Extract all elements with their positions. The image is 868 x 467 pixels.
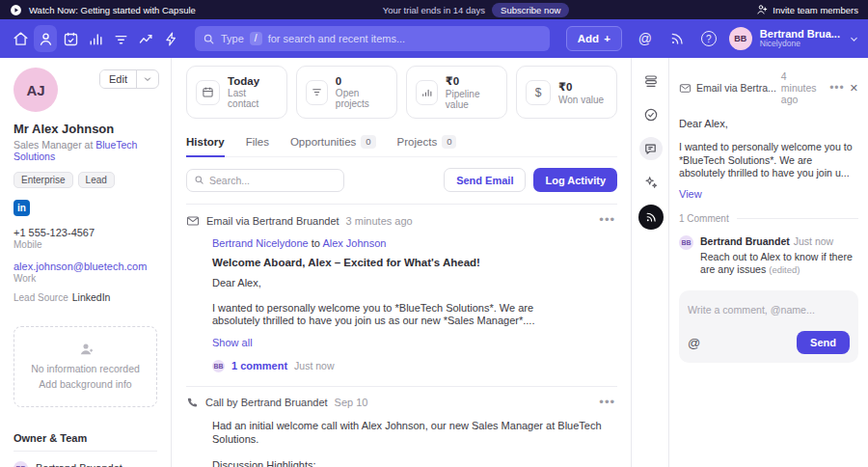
email-greeting: Dear Alex,: [212, 277, 617, 290]
stat-pipeline-value: ₹0Pipeline value: [406, 66, 507, 119]
tab-projects[interactable]: Projects0: [397, 131, 457, 156]
plus-icon: +: [604, 33, 610, 44]
help-icon[interactable]: ?: [697, 27, 720, 50]
owner-team-heading: Owner & Team: [14, 432, 157, 452]
global-search-input[interactable]: Type / for search and recent items...: [195, 26, 550, 51]
linkedin-icon[interactable]: in: [14, 200, 30, 216]
entry-time: Sep 10: [335, 397, 368, 408]
tab-files[interactable]: Files: [246, 131, 269, 156]
count-badge: 0: [361, 135, 375, 149]
projects-icon: [306, 80, 328, 105]
add-background-info-box[interactable]: No information recorded Add background i…: [14, 326, 157, 407]
view-link[interactable]: View: [679, 188, 858, 200]
send-button[interactable]: Send: [797, 331, 850, 354]
envelope-icon: [186, 214, 200, 228]
email-detail-panel: Email via Bertra... 4 minutes ago ••• ✕ …: [670, 58, 868, 467]
dollar-icon: $: [526, 80, 551, 105]
contact-sidebar: AJ Edit Mr Alex Johnson Sales Manager at…: [0, 58, 172, 467]
check-circle-icon[interactable]: [639, 103, 663, 126]
commenter-avatar: BB: [212, 360, 225, 372]
contacts-icon[interactable]: [34, 25, 57, 52]
stack-icon[interactable]: [639, 69, 663, 93]
commenter-avatar: BB: [679, 235, 693, 250]
sparkles-icon[interactable]: [639, 171, 663, 194]
contact-avatar: AJ: [14, 68, 58, 112]
stat-last-contact: TodayLast contact: [186, 66, 287, 119]
comment-input[interactable]: [688, 304, 850, 316]
entry-time: 3 minutes ago: [346, 215, 413, 227]
trend-icon[interactable]: [135, 25, 158, 52]
owner-avatar: BB: [14, 461, 28, 467]
tab-opportunities[interactable]: Opportunities0: [290, 131, 376, 156]
email-link[interactable]: alex.johnson@bluetech.com: [14, 261, 157, 272]
calendar-icon[interactable]: [59, 25, 82, 52]
user-avatar[interactable]: BB: [729, 27, 752, 50]
sales-chart-icon[interactable]: [84, 25, 107, 52]
phone-label: Mobile: [14, 239, 157, 250]
history-search[interactable]: [186, 169, 344, 192]
signal-icon[interactable]: [638, 205, 664, 230]
main-navbar: Type / for search and recent items... Ad…: [0, 19, 868, 58]
tag-lead[interactable]: Lead: [78, 172, 115, 188]
comment-time: Just now: [794, 235, 833, 247]
history-entry-email: Email via Bertrand Bruandet 3 minutes ag…: [186, 204, 617, 372]
sender-link[interactable]: Bertrand Nicelydone: [212, 237, 309, 249]
comment-summary[interactable]: BB 1 comment Just now: [212, 360, 617, 372]
mention-icon[interactable]: @: [688, 336, 700, 350]
email-from-to: Bertrand Nicelydone to Alex Johnson: [212, 237, 617, 249]
show-all-link[interactable]: Show all: [212, 337, 617, 348]
phone-number[interactable]: +1 555-123-4567: [14, 227, 157, 238]
panel-title: Email via Bertra...: [696, 82, 776, 94]
edit-button[interactable]: Edit: [99, 69, 159, 89]
person-add-icon: [22, 341, 149, 358]
count-badge: 0: [442, 135, 456, 149]
comments-icon[interactable]: [639, 137, 663, 160]
contact-role: Sales Manager at BlueTech Solutions: [14, 139, 157, 162]
call-notes: Had an initial welcome call with Alex Jo…: [212, 420, 617, 467]
tab-history[interactable]: History: [186, 131, 225, 157]
email-body: I wanted to personally welcome you to *B…: [212, 302, 617, 328]
tab-bar: History Files Opportunities0 Projects0: [186, 131, 617, 157]
close-icon[interactable]: ✕: [850, 82, 858, 95]
phone-icon: [186, 397, 199, 409]
watch-now-link[interactable]: Watch Now: Getting started with Capsule: [29, 5, 196, 15]
chevron-down-icon[interactable]: [136, 70, 158, 88]
lightning-icon[interactable]: [160, 25, 183, 52]
invite-team-button[interactable]: Invite team members: [756, 4, 858, 15]
add-button[interactable]: Add +: [566, 26, 622, 51]
person-plus-icon: [756, 4, 768, 15]
subscribe-button[interactable]: Subscribe now: [492, 3, 569, 17]
tag-enterprise[interactable]: Enterprise: [14, 172, 73, 188]
stat-won-value: $ ₹0Won value: [516, 66, 617, 119]
more-menu-icon[interactable]: •••: [829, 81, 845, 95]
comment-composer[interactable]: @ Send: [679, 290, 858, 363]
more-menu-icon[interactable]: •••: [599, 395, 615, 409]
history-toolbar: Send Email Log Activity: [186, 168, 617, 192]
more-menu-icon[interactable]: •••: [599, 212, 615, 227]
search-icon: [203, 33, 215, 45]
trial-banner: Watch Now: Getting started with Capsule …: [0, 0, 868, 19]
log-activity-button[interactable]: Log Activity: [533, 168, 617, 192]
email-subject: Welcome Aboard, Alex – Excited for What'…: [212, 257, 617, 268]
send-email-button[interactable]: Send Email: [444, 168, 526, 192]
play-icon[interactable]: [10, 4, 22, 16]
side-rail: [633, 58, 669, 467]
search-icon: [194, 175, 204, 185]
contact-name: Mr Alex Johnson: [14, 122, 157, 136]
entry-type: Email via Bertrand Bruandet: [206, 215, 339, 227]
home-icon[interactable]: [9, 25, 32, 52]
lead-source: Lead SourceLinkedIn: [14, 291, 157, 303]
recipient-link[interactable]: Alex Johnson: [322, 237, 386, 249]
calendar-icon: [196, 80, 220, 105]
filter-list-icon[interactable]: [110, 25, 133, 52]
user-menu[interactable]: Bertrand Brua... Nicelydone: [760, 28, 840, 49]
chevron-down-icon[interactable]: [849, 34, 859, 44]
owner-row[interactable]: BB Bertrand Bruandet: [14, 461, 157, 467]
history-entry-call: Call by Bertrand Bruandet Sep 10 ••• Had…: [186, 386, 617, 467]
broadcast-icon[interactable]: [665, 27, 689, 50]
history-search-input[interactable]: [209, 175, 337, 186]
slash-key: /: [250, 32, 262, 45]
tag-list: Enterprise Lead: [14, 172, 157, 188]
email-label: Work: [14, 273, 157, 284]
mention-icon[interactable]: @: [634, 27, 657, 50]
